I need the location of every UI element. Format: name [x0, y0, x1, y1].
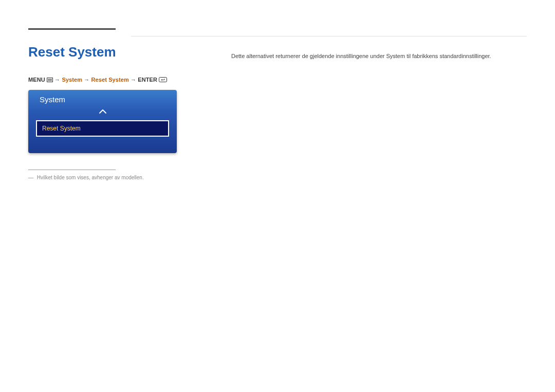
- horizontal-rule: [131, 36, 527, 36]
- breadcrumb-arrow-3: →: [131, 77, 136, 83]
- footnote-text: Hvilket bilde som vises, avhenger av mod…: [37, 175, 144, 180]
- breadcrumb-menu-label: MENU: [28, 77, 45, 83]
- breadcrumb-arrow-2: →: [84, 77, 89, 83]
- breadcrumb-system: System: [62, 77, 82, 83]
- footnote-dash: ―: [28, 175, 33, 180]
- osd-panel: System Reset System: [28, 90, 177, 153]
- footnote-separator: [28, 170, 116, 170]
- svg-rect-4: [159, 78, 167, 82]
- chevron-up-icon[interactable]: [28, 107, 177, 118]
- breadcrumb-arrow-1: →: [54, 77, 60, 83]
- osd-selected-item[interactable]: Reset System: [36, 120, 169, 137]
- breadcrumb: MENU → System → Reset System → ENTER: [28, 77, 527, 83]
- osd-panel-title: System: [28, 90, 177, 107]
- description-text: Dette alternativet returnerer de gjelden…: [231, 52, 527, 61]
- top-accent-bar: [28, 28, 116, 30]
- enter-icon: [159, 77, 167, 83]
- breadcrumb-enter-label: ENTER: [138, 77, 157, 83]
- menu-icon: [47, 77, 53, 82]
- breadcrumb-reset: Reset System: [91, 77, 129, 83]
- osd-selected-label: Reset System: [42, 125, 81, 132]
- footnote: ― Hvilket bilde som vises, avhenger av m…: [28, 175, 527, 180]
